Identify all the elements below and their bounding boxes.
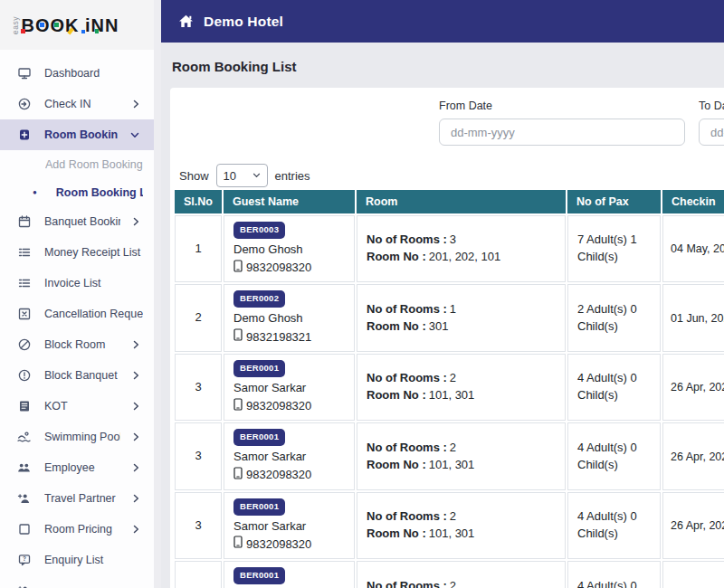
- room-no-label: Room No :: [367, 250, 426, 263]
- column-header-no-of-pax[interactable]: No of Pax: [567, 190, 661, 213]
- page-title: Room Booking List: [172, 59, 297, 74]
- show-label: Show: [179, 169, 209, 183]
- cell-guest: BER0003Demo Ghosh9832098320: [224, 215, 355, 282]
- table-row: 3BER0001Samor Sarkar9832098320No of Room…: [175, 354, 724, 421]
- from-date-input[interactable]: [439, 119, 685, 146]
- cell-pax: 4 Adult(s) 0 Child(s): [567, 561, 661, 588]
- logo-accent: [21, 29, 25, 33]
- cell-room: No of Rooms :2Room No :101, 301: [357, 354, 566, 421]
- rooms-label: No of Rooms :: [367, 509, 447, 523]
- entries-selected-value: 10: [224, 169, 236, 183]
- sidebar-item-label: Add Room Booking: [45, 158, 143, 171]
- chevron-right-icon: [133, 100, 139, 109]
- column-header-room[interactable]: Room: [357, 190, 566, 213]
- booking-id-badge[interactable]: BER0001: [233, 498, 285, 516]
- chevron-right-icon: [133, 340, 139, 349]
- cell-slno: 3: [175, 561, 222, 588]
- booking-id-badge[interactable]: BER0001: [233, 360, 285, 377]
- brand-name-text: BOOK iNN: [22, 16, 119, 34]
- sidebar-item-cancellation-request[interactable]: Cancellation Request: [0, 299, 154, 329]
- sidebar-item-label: Swimming Pool: [44, 431, 120, 443]
- column-header-sl-no[interactable]: Sl.No: [175, 190, 222, 213]
- enquiry-icon: ?: [16, 553, 32, 568]
- active-bullet-icon: ●: [33, 188, 37, 196]
- home-icon[interactable]: [177, 14, 195, 29]
- sidebar-item-dashboard[interactable]: Dashboard: [0, 58, 154, 89]
- booking-id-badge[interactable]: BER0002: [233, 290, 285, 308]
- cell-guest: BER0001Samor Sarkar9832098320: [224, 422, 355, 489]
- sidebar-item-label: Enquiry List: [44, 554, 143, 566]
- to-date-field: To Date: [699, 100, 724, 146]
- sidebar-item-block-room[interactable]: Block Room: [0, 329, 154, 360]
- sidebar-item-swimming-pool[interactable]: Swimming Pool: [0, 422, 154, 452]
- cell-guest: BER0001Samor Sarkar9832098320: [224, 561, 355, 588]
- phone-icon: [233, 467, 243, 485]
- sidebar-item-room-pricing[interactable]: Room Pricing: [0, 514, 154, 545]
- table-body: 1BER0003Demo Ghosh9832098320No of Rooms …: [175, 215, 724, 588]
- sidebar-item-invoice-list[interactable]: Invoice List: [0, 268, 154, 299]
- guest-phone: 9832198321: [246, 329, 311, 346]
- cell-slno: 3: [175, 354, 222, 421]
- to-date-label: To Date: [699, 100, 724, 112]
- phone-icon: [233, 398, 243, 416]
- cell-pax: 4 Adult(s) 0 Child(s): [567, 492, 661, 559]
- sidebar-item-label: Money Receipt List: [44, 246, 143, 259]
- cell-checkin: 26 Apr, 2023: [662, 492, 724, 559]
- cell-guest: BER0001Samor Sarkar9832098320: [224, 354, 355, 421]
- room-no-value: 101, 301: [429, 458, 475, 471]
- from-date-field: From Date: [439, 100, 685, 146]
- rooms-label: No of Rooms :: [367, 441, 447, 454]
- entries-select[interactable]: 10: [216, 164, 268, 187]
- sidebar-item-room-booking-list[interactable]: ●Room Booking List: [0, 178, 154, 206]
- list-icon: [16, 245, 32, 261]
- sidebar-item-banquet-booking[interactable]: Banquet Booking: [0, 206, 154, 237]
- column-header-checkin[interactable]: Checkin: [662, 190, 724, 213]
- swimmer-icon: [16, 430, 32, 445]
- to-date-input[interactable]: [699, 119, 724, 146]
- sidebar-item-label: Block Room: [44, 338, 120, 351]
- room-no-value: 101, 301: [429, 388, 475, 402]
- phone-icon: [233, 328, 243, 346]
- cell-slno: 3: [175, 422, 222, 489]
- cell-slno: 1: [175, 215, 222, 282]
- sidebar-item-label: Dashboard: [44, 67, 143, 80]
- entries-control: Show 10 entries: [179, 164, 310, 187]
- sidebar-item-kot[interactable]: KOT: [0, 391, 154, 422]
- chevron-right-icon: [133, 432, 139, 441]
- table-row: 3BER0001Samor Sarkar9832098320No of Room…: [175, 492, 724, 559]
- cell-room: No of Rooms :3Room No :201, 202, 101: [357, 215, 566, 282]
- room-no-value: 201, 202, 101: [429, 250, 501, 263]
- sidebar-item-travel-partner[interactable]: Travel Partner: [0, 483, 154, 514]
- sidebar-item-money-receipt-list[interactable]: Money Receipt List: [0, 237, 154, 268]
- rooms-label: No of Rooms :: [367, 232, 447, 246]
- booking-id-badge[interactable]: BER0001: [233, 429, 285, 446]
- sidebar-scrollbar[interactable]: [154, 0, 161, 588]
- hotel-name: Demo Hotel: [204, 14, 283, 30]
- sidebar-item-enquiry-list[interactable]: ?Enquiry List: [0, 545, 154, 575]
- sidebar-item-employee[interactable]: Employee: [0, 452, 154, 483]
- sidebar-item-room-booking[interactable]: Room Booking: [0, 119, 154, 150]
- logo-accent: [81, 30, 85, 33]
- rooms-value: 1: [450, 302, 456, 316]
- booking-id-badge[interactable]: BER0001: [233, 567, 285, 584]
- rooms-label: No of Rooms :: [367, 302, 447, 316]
- rooms-value: 2: [450, 579, 456, 588]
- chevron-right-icon: [133, 463, 139, 472]
- cell-pax: 4 Adult(s) 0 Child(s): [567, 422, 661, 489]
- sidebar-item-partial[interactable]: [0, 575, 154, 588]
- table-row: 3BER0001Samor Sarkar9832098320No of Room…: [175, 561, 724, 588]
- phone-icon: [233, 260, 243, 278]
- room-no-label: Room No :: [367, 319, 426, 333]
- brand-logo[interactable]: easy BOOK iNN: [0, 0, 154, 50]
- chevron-right-icon: [133, 494, 139, 503]
- sidebar-item-label: Room Booking List: [56, 186, 143, 199]
- sidebar-item-label: Travel Partner: [44, 492, 120, 505]
- sidebar-item-check-in[interactable]: Check IN: [0, 89, 154, 119]
- sidebar-item-block-banquet[interactable]: Block Banquet: [0, 360, 154, 391]
- booking-id-badge[interactable]: BER0003: [233, 222, 285, 239]
- cell-room: No of Rooms :2Room No :101, 301: [357, 422, 566, 489]
- room-no-label: Room No :: [367, 526, 426, 540]
- sidebar-item-add-room-booking[interactable]: Add Room Booking: [0, 150, 154, 178]
- guest-phone: 9832098320: [246, 536, 311, 554]
- column-header-guest-name[interactable]: Guest Name: [224, 190, 355, 213]
